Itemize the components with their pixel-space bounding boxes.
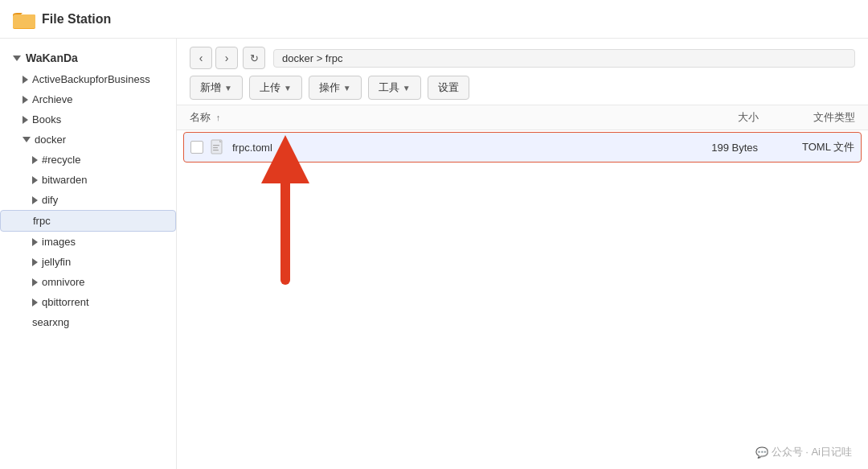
sidebar-item-omnivore[interactable]: omnivore: [0, 272, 176, 292]
expand-icon: [23, 116, 28, 124]
upload-button-label: 上传: [260, 80, 280, 95]
sidebar-root-label: WaKanDa: [26, 51, 78, 64]
caret-icon: ▼: [343, 84, 351, 93]
sidebar-item-docker[interactable]: docker: [0, 130, 176, 150]
add-button[interactable]: 新增 ▼: [190, 76, 243, 100]
action-bar: 新增 ▼ 上传 ▼ 操作 ▼ 工具 ▼ 设置: [190, 76, 855, 100]
file-type: TOML 文件: [758, 140, 854, 154]
add-button-label: 新增: [200, 80, 221, 95]
sidebar-item-images[interactable]: images: [0, 232, 176, 252]
expand-icon: [32, 278, 38, 286]
watermark: 💬 公众号 · Ai日记哇: [755, 445, 852, 459]
content-area: ‹ › ↻ docker > frpc 新增 ▼ 上传 ▼: [177, 39, 868, 469]
sidebar-item-label: jellyfin: [42, 256, 71, 268]
sidebar-item-searxng[interactable]: searxng: [0, 312, 176, 332]
file-list-header: 名称 ↑ 大小 文件类型: [177, 105, 868, 130]
expand-icon: [23, 96, 28, 104]
sidebar-item-label: frpc: [33, 215, 51, 227]
sidebar-item-bitwarden[interactable]: bitwarden: [0, 170, 176, 190]
refresh-button[interactable]: ↻: [243, 47, 265, 69]
action-button-label: 操作: [319, 80, 340, 95]
sidebar-item-label: Books: [32, 113, 61, 125]
main-layout: WaKanDa ActiveBackupforBusiness Archieve…: [0, 39, 868, 469]
sidebar-item-label: dify: [42, 194, 58, 206]
file-size: 199 Bytes: [653, 142, 758, 154]
app-title: File Station: [42, 12, 111, 27]
refresh-icon: ↻: [250, 52, 259, 64]
sidebar-item-active-backup[interactable]: ActiveBackupforBusiness: [0, 69, 176, 89]
sidebar-item-label: docker: [35, 134, 66, 146]
forward-button[interactable]: ›: [215, 47, 238, 69]
svg-rect-5: [213, 147, 218, 148]
svg-rect-6: [213, 150, 219, 150]
tools-button-label: 工具: [379, 80, 399, 95]
sidebar-item-jellyfin[interactable]: jellyfin: [0, 252, 176, 272]
sidebar-item-books[interactable]: Books: [0, 109, 176, 130]
watermark-icon: 💬: [755, 446, 768, 459]
file-checkbox[interactable]: [190, 141, 203, 154]
svg-rect-2: [13, 17, 35, 28]
caret-icon: ▼: [284, 84, 292, 93]
svg-rect-4: [213, 145, 219, 146]
toolbar: ‹ › ↻ docker > frpc 新增 ▼ 上传 ▼: [177, 39, 868, 105]
sidebar-item-label: images: [42, 236, 76, 248]
expand-icon: [32, 258, 38, 266]
settings-button[interactable]: 设置: [428, 76, 469, 100]
sidebar-item-recycle[interactable]: #recycle: [0, 150, 176, 170]
file-list: 名称 ↑ 大小 文件类型 frpc.toml 199 Bytes TOML 文件: [177, 105, 868, 469]
sidebar-item-archieve[interactable]: Archieve: [0, 89, 176, 109]
expand-icon: [32, 298, 38, 306]
sidebar-root[interactable]: WaKanDa: [0, 47, 176, 69]
back-icon: ‹: [199, 51, 203, 64]
sidebar-item-frpc[interactable]: frpc: [0, 210, 176, 232]
expand-icon: [23, 76, 28, 84]
sidebar: WaKanDa ActiveBackupforBusiness Archieve…: [0, 39, 177, 469]
sidebar-item-label: searxng: [32, 316, 69, 328]
watermark-text: 公众号 · Ai日记哇: [772, 445, 852, 459]
sidebar-item-dify[interactable]: dify: [0, 190, 176, 210]
table-row[interactable]: frpc.toml 199 Bytes TOML 文件: [183, 132, 862, 163]
settings-button-label: 设置: [438, 80, 459, 95]
sidebar-item-label: Archieve: [32, 93, 73, 105]
collapse-icon: [23, 137, 31, 142]
expand-icon: [32, 176, 38, 184]
expand-icon: [32, 238, 38, 246]
expand-icon: [32, 156, 38, 164]
caret-icon: ▼: [403, 84, 411, 93]
file-name: frpc.toml: [232, 142, 653, 154]
file-icon: [210, 139, 226, 155]
folder-icon: [13, 10, 35, 29]
sidebar-item-label: #recycle: [42, 154, 80, 166]
col-name-header: 名称 ↑: [190, 110, 654, 125]
collapse-icon: [13, 56, 21, 61]
sidebar-item-label: ActiveBackupforBusiness: [32, 73, 150, 85]
forward-icon: ›: [225, 51, 229, 64]
action-button[interactable]: 操作 ▼: [309, 76, 362, 100]
col-size-header: 大小: [654, 110, 759, 125]
sidebar-item-label: qbittorrent: [42, 296, 89, 308]
sidebar-item-label: omnivore: [42, 276, 84, 288]
breadcrumb: docker > frpc: [273, 49, 855, 68]
upload-button[interactable]: 上传 ▼: [249, 76, 302, 100]
sidebar-item-qbittorrent[interactable]: qbittorrent: [0, 292, 176, 312]
nav-bar: ‹ › ↻ docker > frpc: [190, 47, 855, 69]
app-header: File Station: [0, 0, 868, 39]
tools-button[interactable]: 工具 ▼: [368, 76, 421, 100]
expand-icon: [32, 196, 38, 204]
sidebar-item-label: bitwarden: [42, 174, 87, 186]
caret-icon: ▼: [224, 84, 232, 93]
col-type-header: 文件类型: [759, 110, 855, 125]
back-button[interactable]: ‹: [190, 47, 212, 69]
